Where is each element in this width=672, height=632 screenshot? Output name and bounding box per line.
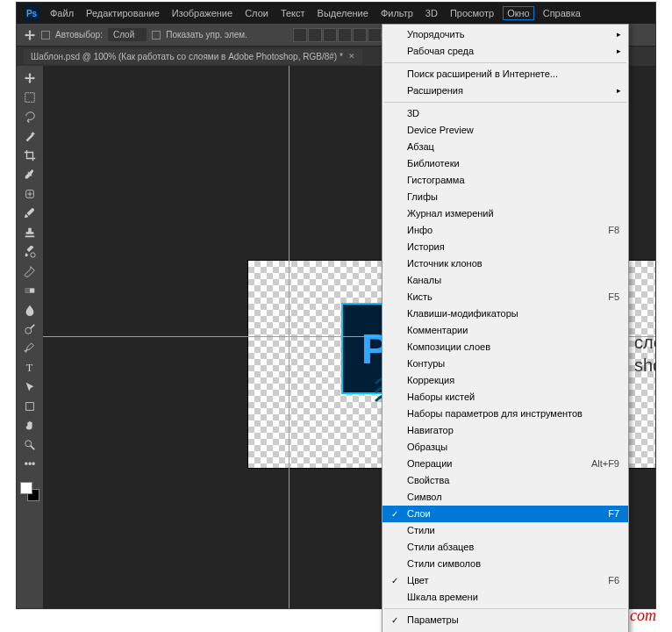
vertical-guide[interactable] [289, 66, 290, 608]
menu-item[interactable]: Абзац [382, 139, 628, 155]
layer-dropdown[interactable]: Слой [108, 28, 147, 41]
gradient-tool-icon[interactable] [20, 282, 39, 299]
menu-item-shortcut: F8 [608, 224, 619, 237]
auto-select-checkbox[interactable] [41, 31, 50, 40]
lasso-tool-icon[interactable] [20, 108, 39, 126]
menu-item[interactable]: Инструменты [382, 628, 628, 632]
menu-item[interactable]: ИнфоF8 [382, 222, 628, 239]
path-select-tool-icon[interactable] [20, 378, 39, 396]
menu-item[interactable]: Свойства [382, 472, 628, 489]
menu-item[interactable]: Стили символов [382, 556, 628, 572]
zoom-tool-icon[interactable] [20, 436, 39, 454]
menu-item[interactable]: Стили [382, 522, 628, 539]
menu-item[interactable]: Образцы [382, 439, 628, 456]
type-tool-icon[interactable]: T [20, 359, 39, 377]
menu-item[interactable]: Коррекция [382, 372, 628, 389]
menu-item-label: Цвет [407, 574, 429, 587]
menubar-item-файл[interactable]: Файл [50, 8, 74, 18]
align-btn[interactable] [308, 28, 322, 42]
align-btn[interactable] [323, 28, 337, 42]
menu-item[interactable]: Device Preview [382, 122, 628, 139]
menu-item[interactable]: Символ [382, 489, 628, 506]
menu-item[interactable]: Журнал измерений [382, 205, 628, 222]
menubar-item-выделение[interactable]: Выделение [318, 8, 368, 18]
menu-item[interactable]: Композиции слоев [382, 339, 628, 356]
align-btn[interactable] [368, 28, 382, 42]
shape-tool-icon[interactable] [20, 398, 39, 415]
menubar-item-редактирование[interactable]: Редактирование [86, 8, 160, 18]
fg-color-swatch[interactable] [20, 482, 32, 494]
menubar-item-справка[interactable]: Справка [543, 8, 581, 18]
menu-item-label: Журнал измерений [407, 207, 494, 220]
align-btn[interactable] [353, 28, 367, 42]
menu-item[interactable]: Поиск расширений в Интернете... [382, 66, 628, 83]
menu-item-label: Стили абзацев [407, 541, 474, 554]
menu-item[interactable]: ЦветF6 [382, 572, 628, 589]
menu-item[interactable]: КистьF5 [382, 289, 628, 305]
menubar-item-3d[interactable]: 3D [425, 8, 438, 18]
menu-item[interactable]: 3D [382, 105, 628, 122]
menubar-item-фильтр[interactable]: Фильтр [381, 8, 413, 18]
menu-item[interactable]: Расширения [382, 83, 628, 99]
blur-tool-icon[interactable] [20, 301, 39, 319]
menu-item[interactable]: Наборы параметров для инструментов [382, 406, 628, 422]
menu-item-label: Стили символов [407, 557, 481, 571]
menu-item-label: Контуры [407, 357, 445, 370]
canvas-text: слоями shop [634, 331, 655, 377]
menu-item[interactable]: Гистограмма [382, 172, 628, 189]
menu-item-label: Наборы параметров для инструментов [407, 407, 583, 420]
close-icon[interactable]: ✕ [348, 52, 355, 61]
menu-item[interactable]: Стили абзацев [382, 539, 628, 556]
menubar-item-изображение[interactable]: Изображение [172, 8, 232, 18]
menu-item-shortcut: F7 [608, 507, 619, 521]
hand-tool-icon[interactable] [20, 417, 39, 434]
eraser-tool-icon[interactable] [20, 262, 39, 280]
menu-item[interactable]: Навигатор [382, 422, 628, 439]
menu-item[interactable]: Комментарии [382, 322, 628, 339]
menu-separator [384, 62, 626, 63]
menu-item[interactable]: Упорядочить [382, 26, 628, 43]
show-controls-checkbox[interactable] [152, 31, 161, 40]
menu-item-label: Комментарии [407, 324, 468, 337]
edit-toolbar-icon[interactable]: ••• [20, 456, 39, 473]
crop-tool-icon[interactable] [20, 147, 39, 164]
menu-item[interactable]: Параметры [382, 612, 628, 628]
color-swatches[interactable] [20, 482, 39, 501]
menubar-item-окно[interactable]: Окно [503, 6, 534, 20]
align-btn[interactable] [293, 28, 307, 42]
healing-tool-icon[interactable] [20, 185, 39, 203]
menubar-item-просмотр[interactable]: Просмотр [450, 8, 494, 18]
menu-item[interactable]: Клавиши-модификаторы [382, 305, 628, 322]
app-window: Ps ФайлРедактированиеИзображениеСлоиТекс… [16, 2, 656, 609]
wand-tool-icon[interactable] [20, 127, 39, 145]
move-tool-icon[interactable] [20, 69, 39, 87]
menu-item-label: История [407, 241, 445, 254]
stamp-tool-icon[interactable] [20, 224, 39, 241]
svg-text:T: T [26, 362, 33, 374]
marquee-tool-icon[interactable] [20, 89, 39, 106]
menubar-item-слои[interactable]: Слои [245, 8, 268, 18]
menu-item[interactable]: Контуры [382, 356, 628, 372]
menu-item[interactable]: ОперацииAlt+F9 [382, 456, 628, 472]
menu-item[interactable]: Глифы [382, 189, 628, 205]
menu-item[interactable]: Источник клонов [382, 255, 628, 272]
menu-item[interactable]: Наборы кистей [382, 389, 628, 406]
menu-item-label: Клавиши-модификаторы [407, 307, 518, 320]
history-brush-tool-icon[interactable] [20, 243, 39, 261]
menu-item-label: Коррекция [407, 374, 454, 387]
menubar-item-текст[interactable]: Текст [281, 8, 305, 18]
pen-tool-icon[interactable] [20, 340, 39, 357]
eyedropper-tool-icon[interactable] [20, 166, 39, 183]
menu-item[interactable]: Библиотеки [382, 155, 628, 172]
document-tab[interactable]: Шаблон.psd @ 100% (Как работать со слоям… [24, 49, 362, 64]
menu-item[interactable]: Шкала времени [382, 589, 628, 606]
menu-item-label: Библиотеки [407, 157, 460, 170]
menu-item[interactable]: Каналы [382, 272, 628, 289]
align-btn[interactable] [338, 28, 352, 42]
menu-item[interactable]: История [382, 239, 628, 255]
menu-item[interactable]: СлоиF7 [382, 506, 628, 522]
menu-item-label: Наборы кистей [407, 391, 475, 404]
dodge-tool-icon[interactable] [20, 320, 39, 338]
brush-tool-icon[interactable] [20, 205, 39, 222]
menu-item[interactable]: Рабочая среда [382, 43, 628, 60]
